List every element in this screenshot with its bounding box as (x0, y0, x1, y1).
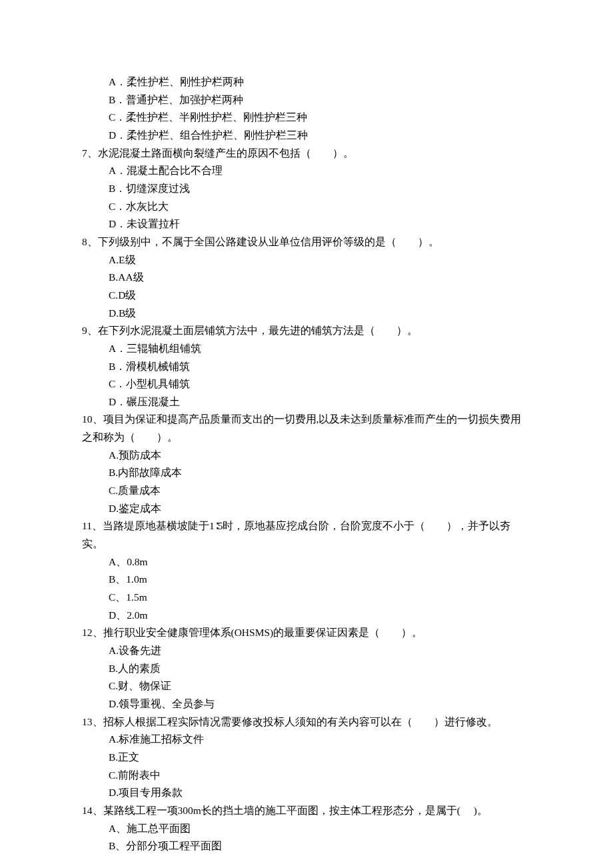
q8-option-a: A.E级 (82, 251, 531, 269)
q13-option-b: B.正文 (82, 749, 531, 767)
q6-option-b: B．普通护栏、加强护栏两种 (82, 91, 531, 109)
q13-text: 13、招标人根据工程实际情况需要修改投标人须知的有关内容可以在（ ）进行修改。 (82, 713, 531, 731)
q8-option-c: C.D级 (82, 287, 531, 305)
q9-option-c: C．小型机具铺筑 (82, 375, 531, 393)
q9-option-b: B．滑模机械铺筑 (82, 358, 531, 376)
q11-option-d: D、2.0m (82, 607, 531, 625)
q11-text: 11、当路堤原地基横坡陡于1∶5时，原地基应挖成台阶，台阶宽度不小于（ ），并予… (82, 517, 531, 553)
q6-option-a: A．柔性护栏、刚性护栏两种 (82, 73, 531, 91)
q12-option-d: D.领导重视、全员参与 (82, 695, 531, 713)
q7-option-c: C．水灰比大 (82, 198, 531, 216)
q10-option-a: A.预防成本 (82, 447, 531, 465)
q11-option-b: B、1.0m (82, 571, 531, 589)
q6-option-d: D．柔性护栏、组合性护栏、刚性护栏三种 (82, 127, 531, 145)
q11-option-a: A、0.8m (82, 553, 531, 571)
q12-option-b: B.人的素质 (82, 660, 531, 678)
q9-option-a: A．三辊轴机组铺筑 (82, 340, 531, 358)
q12-option-c: C.财、物保证 (82, 677, 531, 695)
document-page: A．柔性护栏、刚性护栏两种 B．普通护栏、加强护栏两种 C．柔性护栏、半刚性护栏… (0, 0, 613, 868)
q12-text: 12、推行职业安全健康管理体系(OHSMS)的最重要保证因素是（ ）。 (82, 624, 531, 642)
q7-text: 7、水泥混凝土路面横向裂缝产生的原因不包括（ ）。 (82, 145, 531, 163)
q14-text: 14、某路线工程一项300m长的挡土墙的施工平面图，按主体工程形态分，是属于( … (82, 802, 531, 820)
q7-option-a: A．混凝土配合比不合理 (82, 162, 531, 180)
q8-option-d: D.B级 (82, 305, 531, 323)
q6-option-c: C．柔性护栏、半刚性护栏、刚性护栏三种 (82, 109, 531, 127)
q13-option-d: D.项目专用条款 (82, 784, 531, 802)
q9-option-d: D．碾压混凝土 (82, 393, 531, 411)
q10-option-c: C.质量成本 (82, 482, 531, 500)
q12-option-a: A.设备先进 (82, 642, 531, 660)
q13-option-a: A.标准施工招标文件 (82, 731, 531, 749)
q10-text: 10、项目为保证和提高产品质量而支出的一切费用,以及未达到质量标准而产生的一切损… (82, 411, 531, 446)
q7-option-b: B．切缝深度过浅 (82, 180, 531, 198)
q8-option-b: B.AA级 (82, 269, 531, 287)
q14-option-a: A、施工总平面图 (82, 820, 531, 838)
q7-option-d: D．未设置拉杆 (82, 215, 531, 233)
q13-option-c: C.前附表中 (82, 767, 531, 785)
q10-option-d: D.鉴定成本 (82, 500, 531, 518)
q9-text: 9、在下列水泥混凝土面层铺筑方法中，最先进的铺筑方法是（ ）。 (82, 322, 531, 340)
q8-text: 8、下列级别中，不属于全国公路建设从业单位信用评价等级的是（ ）。 (82, 233, 531, 251)
q11-option-c: C、1.5m (82, 589, 531, 607)
q10-option-b: B.内部故障成本 (82, 464, 531, 482)
q14-option-b: B、分部分项工程平面图 (82, 837, 531, 855)
